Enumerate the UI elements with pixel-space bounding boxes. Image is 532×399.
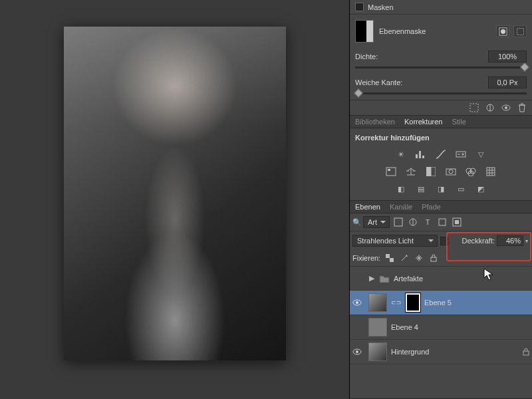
adj-exposure-icon[interactable] [454, 148, 467, 160]
opacity-label: Deckkraft: [462, 237, 495, 245]
filter-adjust-icon[interactable] [407, 216, 419, 228]
svg-rect-8 [386, 168, 396, 176]
density-value[interactable]: 100% [488, 51, 527, 63]
layer-row-selected[interactable]: ⊂⊃ Ebene 5 [350, 291, 532, 315]
adj-balance-icon[interactable] [404, 166, 418, 178]
layer-row[interactable]: Ebene 4 [350, 315, 532, 340]
layer-name[interactable]: Ebene 4 [391, 323, 418, 331]
feather-slider[interactable] [355, 92, 527, 94]
svg-rect-10 [426, 167, 431, 176]
lock-position-icon[interactable] [414, 253, 424, 263]
feather-value[interactable]: 0,0 Px [488, 76, 527, 88]
tab-styles[interactable]: Stile [452, 118, 466, 126]
density-label: Dichte: [355, 53, 378, 61]
density-slider[interactable] [355, 66, 527, 68]
tab-libraries[interactable]: Bibliotheken [355, 118, 395, 126]
opacity-value[interactable]: 46% [497, 235, 523, 246]
masks-panel: Masken Ebenenmaske Dichte: 100% Weiche K… [350, 0, 532, 116]
adj-hue-icon[interactable] [384, 166, 398, 178]
right-panels: Masken Ebenenmaske Dichte: 100% Weiche K… [349, 0, 532, 399]
vector-mask-button[interactable] [513, 25, 527, 37]
link-icon[interactable]: ⊂⊃ [391, 299, 402, 306]
blend-stepper[interactable] [440, 237, 448, 245]
blend-mode-dropdown[interactable]: Strahlendes Licht [352, 235, 438, 247]
adj-selcolor-icon[interactable]: ◩ [474, 183, 487, 195]
svg-rect-23 [386, 254, 390, 258]
lock-transparent-icon[interactable] [384, 253, 395, 263]
layer-list: ▶ Artefakte ⊂⊃ Ebene 5 Ebene 4 Hintergru… [350, 267, 532, 364]
layer-row-background[interactable]: Hintergrund [350, 340, 532, 364]
svg-rect-22 [455, 220, 459, 224]
filter-search-icon[interactable]: 🔍 [352, 218, 360, 227]
adj-invert-icon[interactable]: ◧ [394, 183, 408, 195]
visibility-toggle[interactable] [352, 348, 364, 355]
lock-pixels-icon[interactable] [399, 253, 410, 263]
filter-pixel-icon[interactable] [392, 216, 404, 228]
document-canvas[interactable] [64, 27, 286, 360]
lock-icon [523, 348, 529, 356]
mask-thumbnail[interactable] [406, 293, 420, 312]
opacity-chevron-icon[interactable]: ▾ [525, 238, 528, 244]
mask-name: Ebenenmaske [379, 27, 426, 35]
masks-title: Masken [368, 3, 394, 11]
mask-invert-icon[interactable] [485, 103, 495, 112]
tab-paths[interactable]: Pfade [422, 203, 441, 211]
expand-chevron-icon[interactable]: ▶ [368, 274, 375, 283]
mask-thumbnail[interactable] [355, 20, 374, 43]
tab-layers[interactable]: Ebenen [355, 203, 380, 211]
visibility-toggle[interactable] [352, 299, 364, 306]
filter-kind-dropdown[interactable]: Art [363, 216, 390, 228]
svg-rect-24 [390, 258, 394, 262]
adj-levels-icon[interactable] [414, 148, 428, 160]
adj-brightness-icon[interactable]: ☀ [394, 148, 408, 160]
folder-icon [379, 274, 390, 283]
feather-label: Weiche Kante: [355, 78, 402, 86]
mask-visibility-icon[interactable] [501, 103, 511, 112]
svg-rect-11 [431, 167, 436, 176]
svg-point-6 [505, 106, 507, 109]
svg-rect-20 [439, 219, 446, 225]
adj-threshold-icon[interactable]: ◨ [434, 183, 448, 195]
svg-point-27 [356, 301, 358, 304]
adj-gradmap-icon[interactable]: ▭ [454, 183, 467, 195]
layers-panel: Ebenen Kanäle Pfade 🔍 Art T Strahlendes … [350, 201, 532, 399]
svg-point-29 [356, 350, 358, 353]
adj-lookup-icon[interactable] [484, 166, 497, 178]
add-adjustment-label: Korrektur hinzufügen [355, 132, 527, 144]
adjustments-panel: Bibliotheken Korrekturen Stile Korrektur… [350, 116, 532, 201]
svg-point-0 [501, 29, 505, 34]
adj-curves-icon[interactable] [434, 148, 448, 160]
layer-name[interactable]: Ebene 5 [424, 299, 452, 307]
pixel-mask-button[interactable] [496, 25, 509, 37]
svg-rect-30 [523, 351, 529, 355]
svg-rect-2 [517, 28, 523, 35]
adj-mixer-icon[interactable] [464, 166, 477, 178]
svg-rect-25 [431, 257, 436, 261]
lock-all-icon[interactable] [428, 253, 439, 263]
svg-point-13 [449, 170, 453, 174]
layer-thumbnail[interactable] [368, 293, 387, 312]
layer-name[interactable]: Hintergrund [391, 348, 429, 356]
layer-name[interactable]: Artefakte [394, 275, 423, 283]
tab-adjustments[interactable]: Korrekturen [404, 118, 442, 126]
layer-thumbnail[interactable] [368, 342, 387, 361]
adj-bw-icon[interactable] [424, 166, 438, 178]
lock-label: Fixieren: [352, 254, 380, 262]
svg-rect-3 [470, 104, 478, 112]
mask-delete-icon[interactable] [517, 103, 527, 112]
adj-vibrance-icon[interactable]: ▽ [474, 148, 487, 160]
masks-icon [355, 3, 364, 11]
svg-rect-18 [394, 218, 402, 226]
filter-type-icon[interactable]: T [422, 216, 434, 228]
canvas-area [0, 0, 349, 399]
tab-channels[interactable]: Kanäle [390, 203, 412, 211]
filter-shape-icon[interactable] [436, 216, 448, 228]
svg-rect-17 [487, 168, 495, 176]
adj-posterize-icon[interactable]: ▤ [414, 183, 428, 195]
adj-photofilter-icon[interactable] [444, 166, 458, 178]
svg-rect-9 [388, 169, 390, 171]
filter-smart-icon[interactable] [451, 216, 463, 228]
layer-row-group[interactable]: ▶ Artefakte [350, 267, 532, 291]
layer-thumbnail[interactable] [368, 318, 387, 336]
mask-select-icon[interactable] [469, 103, 479, 112]
